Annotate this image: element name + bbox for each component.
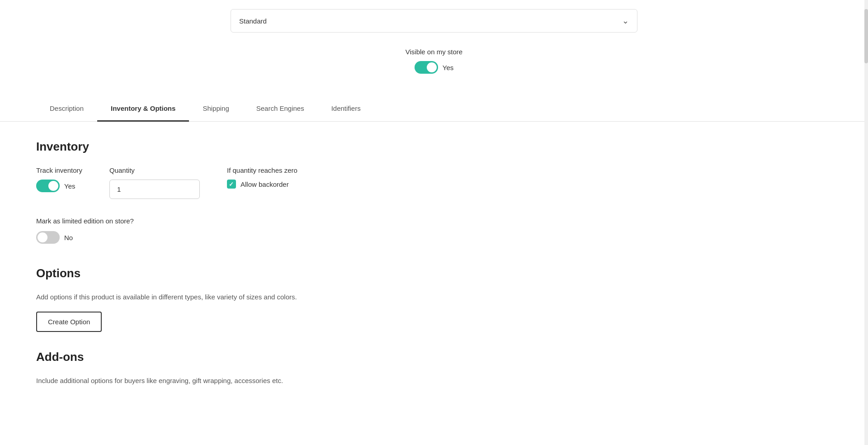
limited-edition-toggle-row: No <box>36 231 832 244</box>
limited-edition-slider <box>36 231 60 244</box>
inventory-grid: Track inventory Yes Quantity If quantity… <box>36 166 832 199</box>
quantity-input[interactable] <box>109 180 200 199</box>
quantity-group: Quantity <box>109 166 200 199</box>
addons-description: Include additional options for buyers li… <box>36 377 832 384</box>
limited-edition-label: Mark as limited edition on store? <box>36 217 832 225</box>
visible-toggle-text: Yes <box>443 64 453 71</box>
standard-dropdown[interactable]: Standard ⌄ <box>231 9 637 33</box>
inventory-section-title: Inventory <box>36 140 832 154</box>
top-section: Standard ⌄ Visible on my store Yes <box>0 0 868 96</box>
tab-shipping[interactable]: Shipping <box>189 96 242 122</box>
scrollbar-thumb[interactable] <box>864 9 868 63</box>
track-inventory-group: Track inventory Yes <box>36 166 82 192</box>
limited-edition-text: No <box>64 234 73 241</box>
dropdown-value: Standard <box>239 17 267 25</box>
if-quantity-reaches-zero-label: If quantity reaches zero <box>227 166 297 174</box>
addons-section-title: Add-ons <box>36 350 832 364</box>
dropdown-container: Standard ⌄ <box>231 9 637 33</box>
scrollbar-track[interactable] <box>864 0 868 445</box>
allow-backorder-row: ✓ Allow backorder <box>227 180 297 189</box>
create-option-button[interactable]: Create Option <box>36 312 102 332</box>
visible-on-store-section: Visible on my store Yes <box>36 43 832 83</box>
addons-section: Add-ons Include additional options for b… <box>36 350 832 384</box>
track-inventory-toggle-row: Yes <box>36 180 82 192</box>
backorder-group: If quantity reaches zero ✓ Allow backord… <box>227 166 297 189</box>
limited-edition-toggle[interactable] <box>36 231 60 244</box>
checkbox-checkmark: ✓ <box>229 181 234 188</box>
options-section-title: Options <box>36 266 832 280</box>
track-inventory-slider <box>36 180 60 192</box>
tabs-container: Description Inventory & Options Shipping… <box>0 96 868 122</box>
allow-backorder-label: Allow backorder <box>241 180 289 188</box>
tab-identifiers[interactable]: Identifiers <box>318 96 374 122</box>
visible-toggle[interactable] <box>415 61 438 74</box>
allow-backorder-checkbox[interactable]: ✓ <box>227 180 236 189</box>
tab-description[interactable]: Description <box>36 96 97 122</box>
chevron-down-icon: ⌄ <box>622 16 629 26</box>
limited-edition-section: Mark as limited edition on store? No <box>36 217 832 244</box>
main-content: Inventory Track inventory Yes Quantity <box>0 122 868 402</box>
tab-inventory-options[interactable]: Inventory & Options <box>97 96 189 122</box>
quantity-label: Quantity <box>109 166 200 174</box>
visible-toggle-slider <box>415 61 438 74</box>
visible-toggle-row: Yes <box>36 61 832 74</box>
track-inventory-label: Track inventory <box>36 166 82 174</box>
options-description: Add options if this product is available… <box>36 293 832 301</box>
tab-search-engines[interactable]: Search Engines <box>243 96 318 122</box>
page-container: Standard ⌄ Visible on my store Yes Descr… <box>0 0 868 445</box>
visible-label: Visible on my store <box>36 48 832 56</box>
track-inventory-toggle[interactable] <box>36 180 60 192</box>
track-inventory-text: Yes <box>64 182 75 190</box>
options-section: Options Add options if this product is a… <box>36 266 832 332</box>
